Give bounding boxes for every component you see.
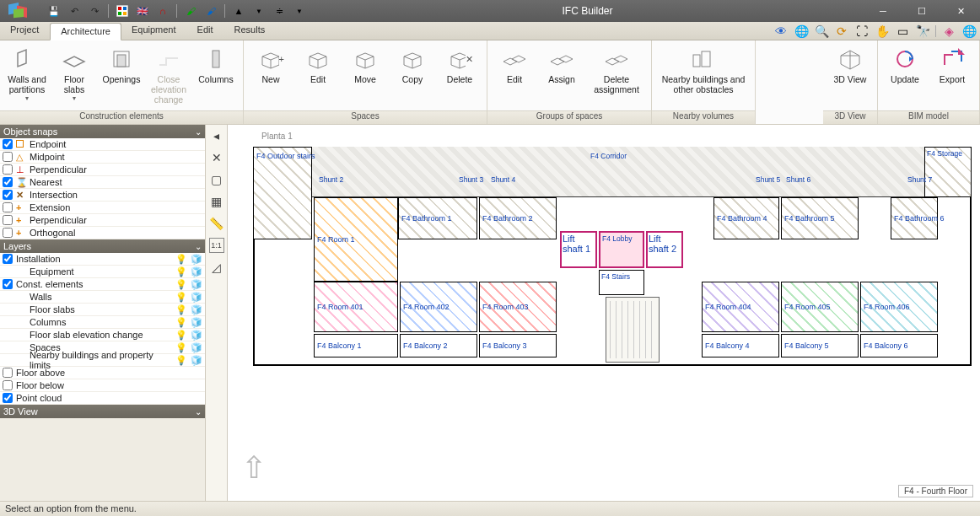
layer-checkbox[interactable] [3,380,13,390]
drawing-canvas[interactable]: Planta 1 F4 Corridor F4 Outdoor stairs F… [228,125,980,501]
bulb-icon[interactable]: 💡 [175,304,187,315]
grid-icon[interactable]: ▦ [209,194,224,209]
ribbon-openings[interactable]: Openings [100,44,143,84]
ribbon-update[interactable]: Update [883,44,927,84]
cube-icon[interactable]: 🧊 [191,254,202,265]
snap-intersection[interactable]: ✕Intersection [0,189,205,202]
magnet-icon[interactable]: ∩ [156,4,170,18]
ribbon-3d-view[interactable]: 3D View [828,44,872,84]
tab-results[interactable]: Results [224,22,277,40]
snap-nearest[interactable]: ⌛Nearest [0,176,205,189]
layer-checkbox[interactable] [3,279,13,289]
refresh-icon[interactable]: ⟳ [834,24,849,39]
redo-icon[interactable]: ↷ [88,4,101,18]
zoom-fit-icon[interactable]: ⛶ [854,24,870,39]
layer-row[interactable]: Nearby buildings and property limits💡🧊 [0,354,205,367]
up-arrow-icon[interactable]: ▲ [232,4,245,18]
ribbon-new[interactable]: +New [249,44,293,84]
save-icon[interactable]: 💾 [47,4,61,18]
layer-row[interactable]: Walls💡🧊 [0,291,205,304]
ribbon-floor-slabs[interactable]: Floor slabs▾ [52,44,96,102]
sort-icon[interactable]: ≑ [272,4,286,18]
layer-row[interactable]: Floor below [0,379,205,392]
zoom-icon[interactable]: 🔍 [814,24,829,39]
ribbon-edit[interactable]: Edit [493,44,536,84]
cube-icon[interactable]: 🧊 [191,304,202,315]
bulb-icon[interactable]: 💡 [175,355,187,366]
layers-icon[interactable]: ◈ [941,24,956,39]
layer-checkbox[interactable] [3,393,13,403]
bulb-icon[interactable]: 💡 [175,292,187,303]
layer-row[interactable]: Installation💡🧊 [0,253,205,266]
layer-row[interactable]: Point cloud [0,392,205,405]
ribbon-walls-and-partitions[interactable]: Walls and partitions▾ [5,44,49,102]
snap-perpendicular[interactable]: +Perpendicular [0,214,205,227]
paint-icon[interactable]: 🖌 [184,4,197,18]
scale-icon[interactable]: 1:1 [209,238,224,253]
angle-icon[interactable]: ◿ [209,260,224,275]
tab-project[interactable]: Project [0,22,50,40]
layers-header[interactable]: Layers⌄ [0,239,205,253]
ribbon-delete-assignment[interactable]: Delete assignment [587,44,646,94]
snap-checkbox[interactable] [3,202,13,212]
snap-checkbox[interactable] [3,215,13,225]
cube-icon[interactable]: 🧊 [191,330,202,341]
layer-row[interactable]: Floor slab elevation change💡🧊 [0,329,205,341]
wrench-icon[interactable]: ✕ [209,150,224,165]
layer-row[interactable]: Columns💡🧊 [0,316,205,329]
tab-architecture[interactable]: Architecture [50,23,121,40]
snap-orthogonal[interactable]: +Orthogonal [0,227,205,239]
bulb-icon[interactable]: 💡 [175,279,187,290]
snap-checkbox[interactable] [3,152,13,162]
layer-checkbox[interactable] [3,368,13,378]
cube-icon[interactable]: 🧊 [191,355,202,366]
window-icon[interactable]: ▭ [895,24,910,39]
bulb-icon[interactable]: 💡 [175,254,187,265]
snap-extension[interactable]: +Extension [0,202,205,214]
globe-blue-icon[interactable]: 🌐 [961,24,977,39]
ribbon-move[interactable]: Move [343,44,387,84]
undo-icon[interactable]: ↶ [67,4,81,18]
ribbon-edit[interactable]: Edit [296,44,340,84]
paint2-icon[interactable]: 🖌 [204,4,218,18]
ribbon-export[interactable]: Export [930,44,974,84]
rect-icon[interactable]: ▢ [209,172,224,187]
ribbon-assign[interactable]: Assign [540,44,584,84]
snap-checkbox[interactable] [3,228,13,238]
snap-checkbox[interactable] [3,164,13,175]
ribbon-columns[interactable]: Columns [194,44,238,84]
bulb-icon[interactable]: 💡 [175,266,187,277]
ribbon-nearby-buildings-and-other-obstacles[interactable]: Nearby buildings and other obstacles [657,44,750,94]
cube-icon[interactable]: 🧊 [191,266,202,277]
close-button[interactable]: ✕ [941,0,980,22]
binoculars-icon[interactable]: 🔭 [915,24,930,39]
eye-icon[interactable]: 👁 [773,24,789,39]
flag-icon[interactable]: 🇬🇧 [136,4,149,18]
snap-perpendicular[interactable]: ⊥Perpendicular [0,164,205,176]
object-snaps-header[interactable]: Object snaps⌄ [0,125,205,138]
cube-icon[interactable]: 🧊 [191,292,202,303]
minimize-button[interactable]: ─ [864,0,902,22]
tab-edit[interactable]: Edit [187,22,224,40]
cube-icon[interactable]: 🧊 [191,317,202,328]
3dview-header[interactable]: 3D View⌄ [0,405,205,418]
ribbon-delete[interactable]: ✕Delete [438,44,482,84]
bulb-icon[interactable]: 💡 [175,342,187,353]
ruler-icon[interactable]: 📏 [209,216,224,231]
config-icon[interactable] [116,4,129,18]
cube-icon[interactable]: 🧊 [191,279,202,290]
layer-row[interactable]: Const. elements💡🧊 [0,278,205,291]
snap-checkbox[interactable] [3,139,13,149]
cursor-icon[interactable]: ◂ [209,128,224,143]
cube-icon[interactable]: 🧊 [191,342,202,353]
floor-chip[interactable]: F4 - Fourth Floor [898,485,973,497]
globe-icon[interactable]: 🌐 [794,24,809,39]
snap-checkbox[interactable] [3,177,13,187]
snap-endpoint[interactable]: Endpoint [0,138,205,151]
snap-midpoint[interactable]: △Midpoint [0,151,205,164]
hand-icon[interactable]: ✋ [875,24,890,39]
tab-equipment[interactable]: Equipment [121,22,187,40]
bulb-icon[interactable]: 💡 [175,317,187,328]
bulb-icon[interactable]: 💡 [175,330,187,341]
maximize-button[interactable]: ☐ [902,0,941,22]
